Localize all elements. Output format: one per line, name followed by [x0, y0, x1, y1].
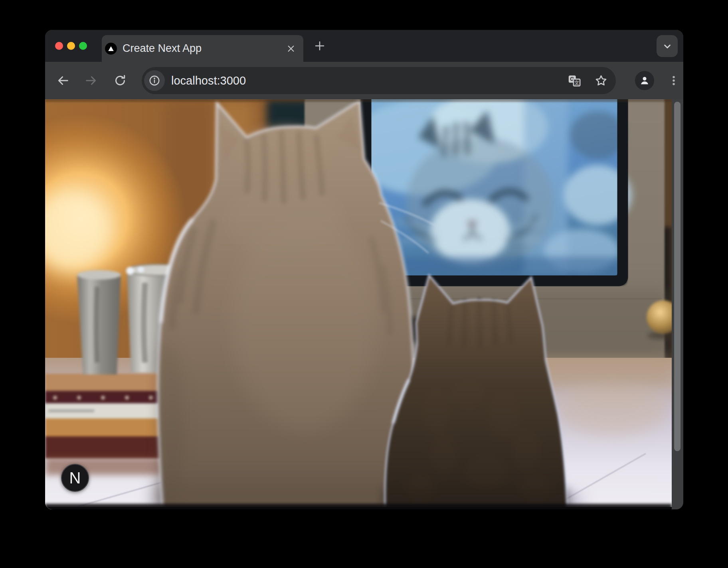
nextjs-logo-icon — [105, 43, 117, 55]
reload-button[interactable] — [111, 71, 130, 90]
tab-strip: Create Next App — [45, 30, 683, 62]
new-tab-button[interactable] — [310, 36, 329, 55]
tab-title: Create Next App — [123, 42, 284, 55]
nextjs-devtools-badge[interactable]: N — [61, 464, 89, 492]
chevron-down-icon — [662, 41, 673, 51]
arrow-right-icon — [84, 74, 98, 87]
close-window-button[interactable] — [55, 42, 63, 50]
back-button[interactable] — [53, 71, 73, 90]
page-viewport: N — [45, 99, 683, 509]
browser-menu-button[interactable] — [664, 71, 683, 90]
maximize-window-button[interactable] — [79, 42, 87, 50]
browser-window: Create Next App — [45, 30, 683, 509]
translate-icon[interactable]: G 文 — [566, 73, 582, 89]
cats-watching-tv-photo — [45, 99, 672, 509]
browser-toolbar: localhost:3000 G 文 — [45, 62, 683, 99]
site-info-button[interactable] — [144, 70, 165, 91]
nextjs-badge-letter: N — [69, 469, 81, 487]
svg-text:文: 文 — [574, 80, 580, 86]
tab-overview-button[interactable] — [657, 35, 678, 57]
three-dots-vertical-icon — [668, 75, 680, 87]
minimize-window-button[interactable] — [67, 42, 75, 50]
vertical-scrollbar[interactable] — [672, 99, 683, 509]
close-icon[interactable] — [284, 42, 298, 55]
address-bar[interactable]: localhost:3000 G 文 — [142, 67, 616, 94]
scrollbar-thumb[interactable] — [674, 102, 681, 451]
reload-icon — [113, 74, 127, 87]
tab-create-next-app[interactable]: Create Next App — [102, 35, 303, 62]
star-icon[interactable] — [593, 73, 609, 89]
forward-button[interactable] — [81, 71, 101, 90]
plus-icon — [314, 40, 326, 52]
avatar-icon — [639, 75, 651, 87]
profile-button[interactable] — [635, 71, 654, 90]
info-icon — [148, 75, 160, 87]
arrow-left-icon — [56, 74, 70, 87]
url-text[interactable]: localhost:3000 — [171, 74, 566, 87]
traffic-lights — [55, 42, 87, 50]
